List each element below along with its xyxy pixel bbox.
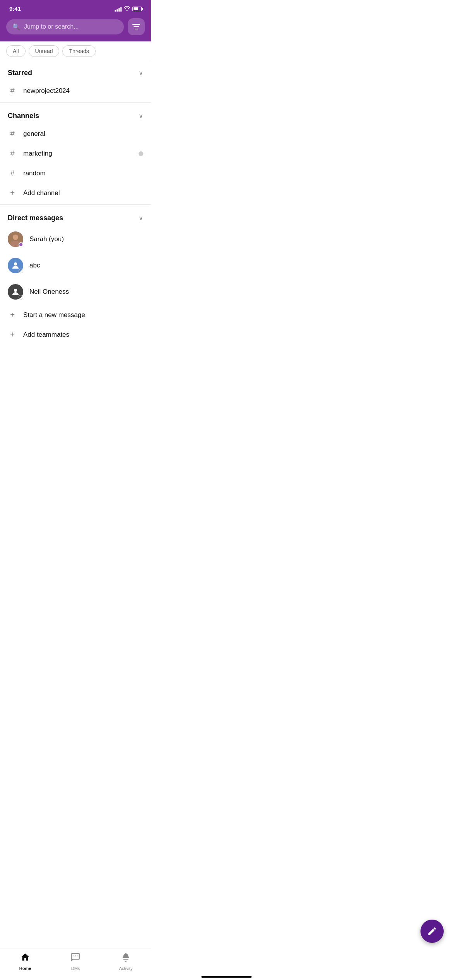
dm-name: Sarah (you) (29, 235, 64, 243)
add-teammates-label: Add teammates (23, 331, 143, 339)
channel-label: general (23, 130, 143, 138)
hash-icon: # (8, 169, 17, 178)
add-channel-item[interactable]: + Add channel (0, 183, 151, 203)
dm-name: abc (29, 262, 40, 269)
channels-section-header: Channels ∨ (0, 104, 151, 124)
tab-threads[interactable]: Threads (62, 45, 95, 57)
plus-icon: + (8, 310, 17, 319)
dm-sarah[interactable]: Sarah (you) (0, 226, 151, 252)
channel-label: random (23, 170, 143, 177)
status-dot-offline (19, 295, 23, 300)
dm-name: Neil Oneness (29, 288, 69, 296)
tab-all[interactable]: All (6, 45, 26, 57)
search-bar[interactable]: 🔍 Jump to or search... (6, 19, 124, 34)
channel-marketing[interactable]: # marketing (0, 144, 151, 163)
status-bar: 9:41 (0, 0, 151, 15)
avatar-wrapper (8, 258, 23, 273)
dm-abc[interactable]: abc (0, 252, 151, 279)
dm-title: Direct messages (8, 214, 63, 222)
channel-general[interactable]: # general (0, 124, 151, 144)
starred-chevron-icon[interactable]: ∨ (139, 69, 143, 77)
channel-label: marketing (23, 150, 132, 158)
status-icons (115, 5, 142, 12)
main-content: Starred ∨ # newproject2024 Channels ∨ # … (0, 61, 151, 383)
avatar-wrapper (8, 284, 23, 300)
svg-point-4 (13, 235, 18, 240)
starred-section-header: Starred ∨ (0, 61, 151, 81)
add-channel-label: Add channel (23, 189, 143, 197)
status-dot-offline (19, 269, 23, 273)
hash-icon: # (8, 129, 17, 138)
dm-neil[interactable]: Neil Oneness (0, 279, 151, 305)
tab-unread[interactable]: Unread (29, 45, 60, 57)
divider-2 (0, 204, 151, 205)
dm-section-header: Direct messages ∨ (0, 206, 151, 226)
start-new-message[interactable]: + Start a new message (0, 305, 151, 325)
search-area: 🔍 Jump to or search... (0, 15, 151, 41)
starred-channel-newproject2024[interactable]: # newproject2024 (0, 81, 151, 101)
search-icon: 🔍 (12, 23, 20, 31)
search-placeholder: Jump to or search... (24, 23, 79, 30)
dm-chevron-icon[interactable]: ∨ (139, 214, 143, 222)
channel-random[interactable]: # random (0, 163, 151, 183)
plus-icon: + (8, 330, 17, 339)
hash-icon: # (8, 149, 17, 158)
signal-icon (115, 6, 122, 12)
avatar-wrapper (8, 231, 23, 247)
filter-button[interactable] (128, 18, 145, 35)
plus-icon: + (8, 188, 17, 197)
pill-tabs-bar: All Unread Threads (0, 41, 151, 61)
channels-title: Channels (8, 112, 39, 120)
divider-1 (0, 102, 151, 103)
time: 9:41 (9, 5, 21, 12)
svg-point-8 (14, 289, 17, 292)
bottom-spacer (0, 344, 151, 383)
battery-icon (132, 7, 142, 11)
unread-dot (139, 151, 143, 156)
channels-chevron-icon[interactable]: ∨ (139, 112, 143, 120)
svg-point-7 (14, 262, 17, 266)
channel-label: newproject2024 (23, 87, 143, 95)
hash-icon: # (8, 86, 17, 95)
add-teammates[interactable]: + Add teammates (0, 325, 151, 344)
wifi-icon (124, 5, 130, 12)
starred-title: Starred (8, 69, 32, 77)
new-message-label: Start a new message (23, 311, 143, 319)
status-dot-online (19, 242, 23, 247)
